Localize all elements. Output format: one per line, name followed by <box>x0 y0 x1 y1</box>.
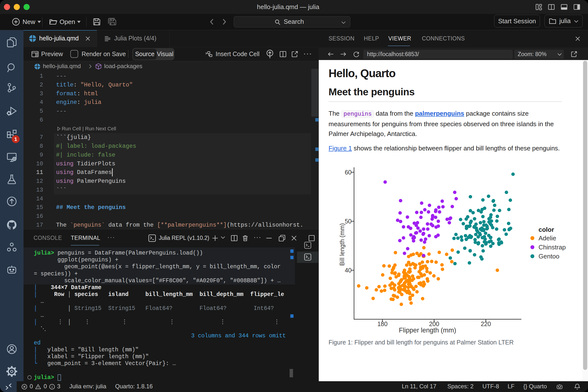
svg-text:50: 50 <box>345 218 352 225</box>
svg-text:40: 40 <box>345 267 352 274</box>
svg-text:color: color <box>538 226 554 233</box>
svg-text:220: 220 <box>481 320 491 327</box>
svg-text:Gentoo: Gentoo <box>538 252 559 260</box>
svg-text:Adelie: Adelie <box>538 234 556 242</box>
svg-text:Bill length (mm): Bill length (mm) <box>338 223 346 266</box>
svg-text:200: 200 <box>429 320 439 327</box>
svg-text:180: 180 <box>377 320 388 327</box>
svg-text:Flipper length (mm): Flipper length (mm) <box>399 326 456 334</box>
svg-text:Chinstrap: Chinstrap <box>538 244 566 251</box>
svg-text:60: 60 <box>345 169 352 176</box>
